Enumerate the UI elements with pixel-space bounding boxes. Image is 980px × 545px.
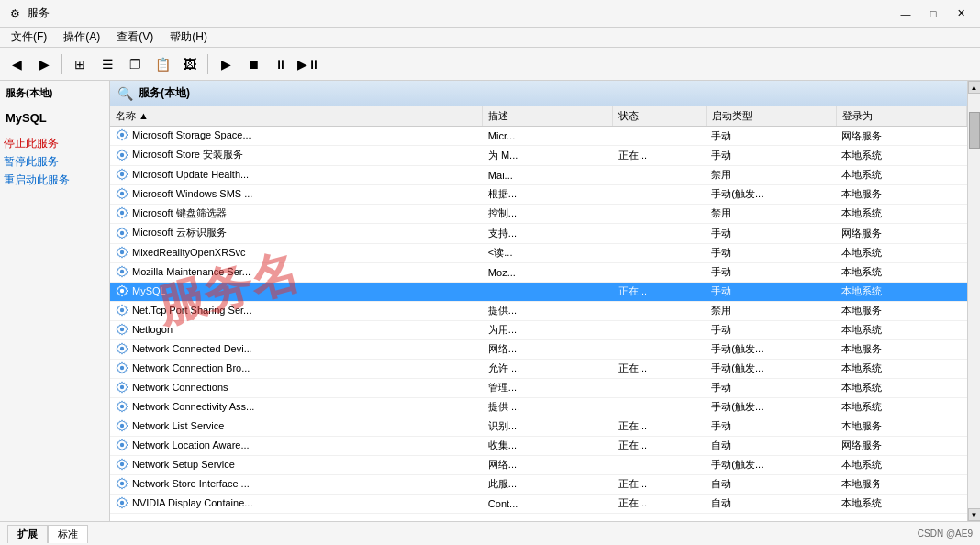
scroll-up-arrow[interactable]: ▲ (968, 81, 981, 94)
svg-point-2 (120, 172, 124, 175)
row-icon: Microsoft 键盘筛选器 (116, 206, 227, 220)
left-panel: 服务(本地) MySQL 停止此服务 暂停此服务 重启动此服务 服务名 (0, 81, 110, 521)
svg-point-11 (120, 346, 124, 350)
list-view-button[interactable]: ☰ (95, 51, 120, 77)
menu-bar: 文件(F) 操作(A) 查看(V) 帮助(H) (0, 28, 980, 48)
table-row[interactable]: Network Connectivity Ass...提供 ...手动(触发..… (110, 397, 967, 417)
scroll-down-arrow[interactable]: ▼ (968, 508, 981, 521)
separator-1 (61, 54, 62, 74)
table-row[interactable]: Network Setup Service网络...手动(触发...本地系统 (110, 455, 967, 474)
svg-point-18 (120, 481, 124, 484)
toolbar: ◀ ▶ ⊞ ☰ ❐ 📋 🖼 ▶ ⏹ ⏸ ▶⏸ (0, 48, 980, 81)
svg-point-13 (120, 384, 124, 388)
svg-point-8 (120, 288, 124, 292)
start-button[interactable]: ▶ (213, 51, 239, 77)
show-console-button[interactable]: ⊞ (67, 51, 93, 77)
stop-button[interactable]: ⏹ (240, 51, 266, 77)
tab-expand[interactable]: 扩展 (7, 525, 48, 543)
menu-help[interactable]: 帮助(H) (162, 28, 215, 47)
svg-point-6 (120, 250, 124, 253)
table-row[interactable]: Microsoft Windows SMS ...根据...手动(触发...本地… (110, 184, 967, 204)
table-row[interactable]: Network List Service识别...正在...手动本地服务 (110, 417, 967, 436)
col-header-desc[interactable]: 描述 (483, 106, 613, 127)
table-row[interactable]: Network Location Aware...收集...正在...自动网络服… (110, 436, 967, 455)
restart-service-link[interactable]: 重启动此服务 (4, 172, 106, 188)
svg-point-1 (120, 152, 124, 156)
svg-point-0 (120, 133, 124, 137)
services-table-container[interactable]: 名称 ▲ 描述 状态 启动类型 登录为 Microsoft Storage Sp… (110, 106, 967, 521)
col-header-name[interactable]: 名称 ▲ (110, 106, 483, 127)
back-button[interactable]: ◀ (4, 51, 29, 77)
tab-standard[interactable]: 标准 (48, 525, 88, 543)
table-row[interactable]: Network Connected Devi...网络...手动(触发...本地… (110, 339, 967, 359)
table-row[interactable]: Microsoft Storage Space...Micr...手动网络服务 (110, 127, 967, 146)
table-row[interactable]: Mozilla Maintenance Ser...Moz...手动本地系统 (110, 262, 967, 282)
menu-file[interactable]: 文件(F) (4, 28, 54, 47)
minimize-button[interactable]: — (894, 5, 918, 23)
svg-point-12 (120, 365, 124, 369)
col-header-status[interactable]: 状态 (613, 106, 706, 127)
table-row[interactable]: Network Connection Bro...允许 ...正在...手动(触… (110, 359, 967, 378)
table-row[interactable]: Network Connections管理...手动本地系统 (110, 378, 967, 397)
table-row[interactable]: Microsoft Update Health...Mai...禁用本地系统 (110, 165, 967, 184)
detail-view-button[interactable]: ❐ (122, 51, 148, 77)
row-icon: Network Connectivity Ass... (116, 400, 254, 413)
row-icon: MySQL (116, 284, 166, 297)
svg-point-16 (120, 442, 124, 446)
svg-point-17 (120, 462, 124, 465)
services-table: 名称 ▲ 描述 状态 启动类型 登录为 Microsoft Storage Sp… (110, 106, 967, 514)
properties-button[interactable]: 📋 (150, 51, 175, 77)
table-row[interactable]: Netlogon为用...手动本地系统 (110, 320, 967, 339)
right-scrollbar[interactable]: ▲ ▼ (967, 81, 980, 521)
row-icon: Network Store Interface ... (116, 477, 250, 490)
col-header-login[interactable]: 登录为 (836, 106, 966, 127)
svg-point-14 (120, 404, 124, 407)
svg-point-3 (120, 191, 124, 195)
table-row[interactable]: MixedRealityOpenXRSvc<读...手动本地系统 (110, 243, 967, 262)
status-right-text: CSDN @AE9 (918, 528, 973, 539)
table-row[interactable]: Microsoft 键盘筛选器控制...禁用本地系统 (110, 204, 967, 224)
content-area: 🔍 服务(本地) 名称 ▲ 描述 状态 启动类型 登录为 Microsoft S… (110, 81, 967, 521)
table-row[interactable]: Net.Tcp Port Sharing Ser...提供...禁用本地服务 (110, 301, 967, 320)
content-header-text: 服务(本地) (139, 85, 190, 101)
pause-button[interactable]: ⏸ (268, 51, 294, 77)
window-controls: — □ ✕ (894, 5, 973, 23)
row-icon: Microsoft Store 安装服务 (116, 148, 243, 161)
left-panel-title: 服务(本地) (4, 84, 106, 102)
svg-point-9 (120, 307, 124, 311)
svg-point-5 (120, 230, 124, 234)
row-icon: Microsoft Windows SMS ... (116, 187, 252, 200)
title-bar: ⚙ 服务 — □ ✕ (0, 0, 980, 28)
table-row[interactable]: Microsoft 云标识服务支持...手动网络服务 (110, 224, 967, 244)
row-icon: NVIDIA Display Containe... (116, 496, 252, 509)
table-row[interactable]: Microsoft Store 安装服务为 M...正在...手动本地系统 (110, 146, 967, 166)
col-header-startup[interactable]: 启动类型 (706, 106, 836, 127)
menu-view[interactable]: 查看(V) (109, 28, 161, 47)
refresh-button[interactable]: 🖼 (177, 51, 203, 77)
row-icon: Network Connections (116, 381, 228, 394)
menu-action[interactable]: 操作(A) (56, 28, 107, 47)
pause-service-link[interactable]: 暂停此服务 (4, 154, 106, 170)
row-icon: Network Connected Devi... (116, 342, 252, 355)
table-row[interactable]: NVIDIA Display Containe...Cont...正在...自动… (110, 494, 967, 513)
svg-point-19 (120, 500, 124, 504)
content-header: 🔍 服务(本地) (110, 81, 967, 106)
row-icon: Microsoft Update Health... (116, 168, 249, 181)
maximize-button[interactable]: □ (921, 5, 945, 23)
row-icon: Netlogon (116, 323, 173, 336)
close-button[interactable]: ✕ (949, 5, 973, 23)
app-icon: ⚙ (7, 6, 22, 21)
scroll-thumb[interactable] (969, 112, 980, 149)
svg-point-4 (120, 211, 124, 215)
forward-button[interactable]: ▶ (31, 51, 57, 77)
row-icon: Microsoft 云标识服务 (116, 226, 227, 239)
svg-point-15 (120, 423, 124, 427)
table-row[interactable]: MySQL正在...手动本地系统 (110, 282, 967, 301)
stop-service-link[interactable]: 停止此服务 (4, 136, 106, 151)
table-row[interactable]: Network Store Interface ...此服...正在...自动本… (110, 474, 967, 494)
scroll-track[interactable] (968, 94, 981, 508)
restart-button[interactable]: ▶⏸ (295, 51, 321, 77)
row-icon: MixedRealityOpenXRSvc (116, 246, 246, 259)
svg-point-10 (120, 327, 124, 330)
row-icon: Network Connection Bro... (116, 361, 250, 374)
